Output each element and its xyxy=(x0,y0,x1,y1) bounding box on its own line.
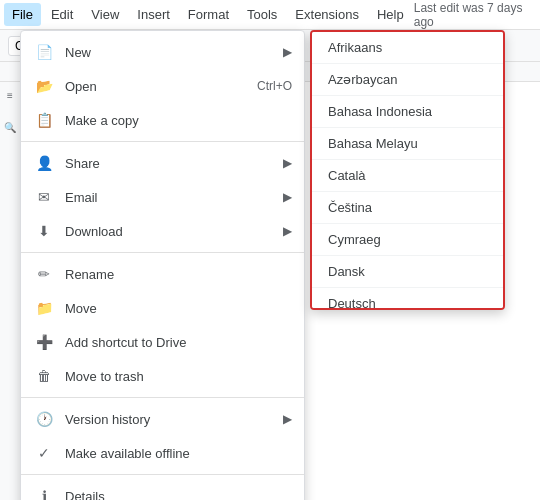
menu-item-email[interactable]: ✉ Email ▶ xyxy=(21,180,304,214)
menu-item-add-shortcut[interactable]: ➕ Add shortcut to Drive xyxy=(21,325,304,359)
menu-item-version-history[interactable]: 🕐 Version history ▶ xyxy=(21,402,304,436)
sidebar-icon-2: 🔍 xyxy=(2,122,18,138)
lang-item-3[interactable]: Bahasa Melayu xyxy=(312,128,503,160)
version-history-arrow-icon: ▶ xyxy=(283,412,292,426)
menu-item-version-history-label: Version history xyxy=(65,412,283,427)
menu-item-move-trash[interactable]: 🗑 Move to trash xyxy=(21,359,304,393)
menu-item-new-label: New xyxy=(65,45,283,60)
menu-item-share-label: Share xyxy=(65,156,283,171)
separator-2 xyxy=(21,252,304,253)
left-sidebar: ≡ 🔍 xyxy=(0,82,20,500)
last-edit: Last edit was 7 days ago xyxy=(414,1,536,29)
menu-view[interactable]: View xyxy=(83,3,127,26)
menu-item-download-label: Download xyxy=(65,224,283,239)
menu-item-move[interactable]: 📁 Move xyxy=(21,291,304,325)
open-shortcut: Ctrl+O xyxy=(257,79,292,93)
menu-item-move-trash-label: Move to trash xyxy=(65,369,292,384)
lang-item-5[interactable]: Čeština xyxy=(312,192,503,224)
menu-item-rename-label: Rename xyxy=(65,267,292,282)
download-icon: ⬇ xyxy=(33,220,55,242)
menu-insert[interactable]: Insert xyxy=(129,3,178,26)
menu-item-details-label: Details xyxy=(65,489,292,501)
trash-icon: 🗑 xyxy=(33,365,55,387)
lang-item-0[interactable]: Afrikaans xyxy=(312,32,503,64)
menu-help[interactable]: Help xyxy=(369,3,412,26)
move-icon: 📁 xyxy=(33,297,55,319)
share-arrow-icon: ▶ xyxy=(283,156,292,170)
menu-tools[interactable]: Tools xyxy=(239,3,285,26)
menu-item-share[interactable]: 👤 Share ▶ xyxy=(21,146,304,180)
menu-item-open[interactable]: 📂 Open Ctrl+O xyxy=(21,69,304,103)
email-arrow-icon: ▶ xyxy=(283,190,292,204)
menu-item-new[interactable]: 📄 New ▶ xyxy=(21,35,304,69)
details-icon: ℹ xyxy=(33,485,55,500)
lang-item-1[interactable]: Azərbaycan xyxy=(312,64,503,96)
menu-item-download[interactable]: ⬇ Download ▶ xyxy=(21,214,304,248)
share-icon: 👤 xyxy=(33,152,55,174)
lang-item-7[interactable]: Dansk xyxy=(312,256,503,288)
separator-3 xyxy=(21,397,304,398)
menu-item-email-label: Email xyxy=(65,190,283,205)
download-arrow-icon: ▶ xyxy=(283,224,292,238)
menu-edit[interactable]: Edit xyxy=(43,3,81,26)
menu-item-make-copy-label: Make a copy xyxy=(65,113,292,128)
version-icon: 🕐 xyxy=(33,408,55,430)
new-arrow-icon: ▶ xyxy=(283,45,292,59)
menu-format[interactable]: Format xyxy=(180,3,237,26)
lang-item-4[interactable]: Català xyxy=(312,160,503,192)
separator-4 xyxy=(21,474,304,475)
menu-item-make-offline-label: Make available offline xyxy=(65,446,292,461)
menu-item-add-shortcut-label: Add shortcut to Drive xyxy=(65,335,292,350)
file-dropdown-menu: 📄 New ▶ 📂 Open Ctrl+O 📋 Make a copy 👤 Sh… xyxy=(20,30,305,500)
menu-item-make-copy[interactable]: 📋 Make a copy xyxy=(21,103,304,137)
menu-file[interactable]: File xyxy=(4,3,41,26)
menu-item-open-label: Open xyxy=(65,79,257,94)
new-icon: 📄 xyxy=(33,41,55,63)
menu-item-make-offline[interactable]: ✓ Make available offline xyxy=(21,436,304,470)
language-submenu: Afrikaans Azərbaycan Bahasa Indonesia Ba… xyxy=(310,30,505,310)
menu-item-details[interactable]: ℹ Details xyxy=(21,479,304,500)
separator-1 xyxy=(21,141,304,142)
lang-item-2[interactable]: Bahasa Indonesia xyxy=(312,96,503,128)
rename-icon: ✏ xyxy=(33,263,55,285)
open-icon: 📂 xyxy=(33,75,55,97)
make-copy-icon: 📋 xyxy=(33,109,55,131)
menu-extensions[interactable]: Extensions xyxy=(287,3,367,26)
lang-item-6[interactable]: Cymraeg xyxy=(312,224,503,256)
add-shortcut-icon: ➕ xyxy=(33,331,55,353)
sidebar-icon-1: ≡ xyxy=(2,90,18,106)
offline-icon: ✓ xyxy=(33,442,55,464)
menu-item-rename[interactable]: ✏ Rename xyxy=(21,257,304,291)
menu-item-move-label: Move xyxy=(65,301,292,316)
lang-item-8[interactable]: Deutsch xyxy=(312,288,503,310)
menu-bar: File Edit View Insert Format Tools Exten… xyxy=(0,0,540,30)
email-icon: ✉ xyxy=(33,186,55,208)
